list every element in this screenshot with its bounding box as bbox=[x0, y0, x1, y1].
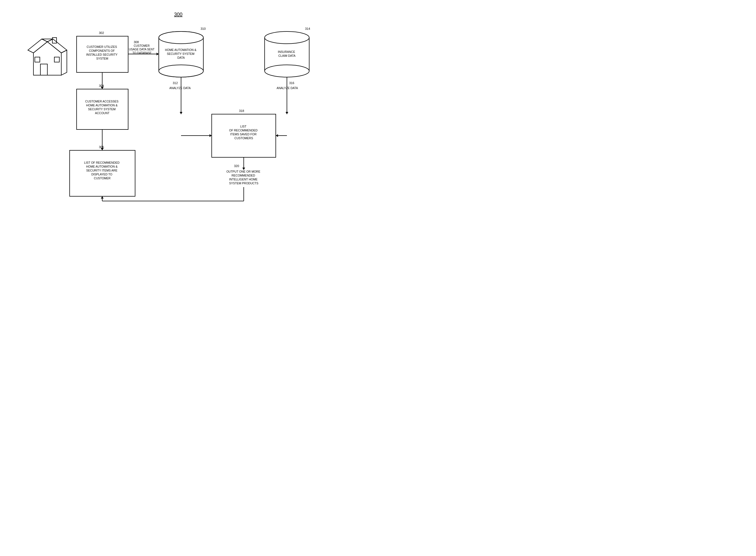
ref-310: 310 bbox=[201, 27, 205, 30]
ref-306: 306 bbox=[99, 145, 104, 149]
ref-308: 308 bbox=[134, 40, 139, 44]
svg-rect-6 bbox=[35, 57, 40, 62]
svg-point-13 bbox=[159, 31, 203, 44]
label-312: ANALYZE DATA bbox=[169, 86, 191, 90]
svg-rect-5 bbox=[40, 64, 47, 75]
svg-marker-1 bbox=[28, 39, 47, 53]
ref-304: 304 bbox=[99, 84, 104, 88]
ref-318: 318 bbox=[239, 109, 244, 112]
arrowhead-310-318 bbox=[180, 112, 183, 114]
ref-302: 302 bbox=[99, 31, 104, 35]
svg-rect-7 bbox=[54, 57, 59, 62]
label-308: CUSTOMER USAGE DATA SENT TO DATABASE bbox=[129, 44, 155, 55]
arrowhead-302-310 bbox=[157, 53, 159, 56]
ref-314: 314 bbox=[305, 27, 310, 30]
arrowhead-312-318 bbox=[209, 134, 212, 137]
label-320: OUTPUT ONE OR MORE RECOMMENDED INTELLIGE… bbox=[227, 170, 261, 185]
svg-marker-3 bbox=[42, 39, 53, 42]
svg-marker-2 bbox=[47, 39, 67, 53]
diagram-container: 300 CUSTOMER UTILIZES COM bbox=[0, 0, 378, 278]
svg-point-12 bbox=[159, 65, 203, 77]
arrowhead-320-306 bbox=[101, 196, 104, 199]
diagram-title: 300 bbox=[174, 12, 183, 17]
arrowhead-316-318 bbox=[276, 134, 278, 137]
main-svg: 300 CUSTOMER UTILIZES COM bbox=[0, 0, 378, 278]
arrowhead-318-320 bbox=[242, 168, 245, 170]
arrowhead-314-318 bbox=[286, 112, 288, 114]
svg-point-17 bbox=[265, 65, 309, 77]
svg-marker-8 bbox=[61, 50, 67, 75]
house-icon bbox=[28, 38, 67, 75]
ref-312: 312 bbox=[173, 81, 178, 84]
ref-316: 316 bbox=[289, 81, 294, 84]
ref-320: 320 bbox=[234, 164, 239, 168]
svg-point-18 bbox=[265, 31, 309, 44]
label-316: ANALYZE DATA bbox=[276, 86, 298, 90]
